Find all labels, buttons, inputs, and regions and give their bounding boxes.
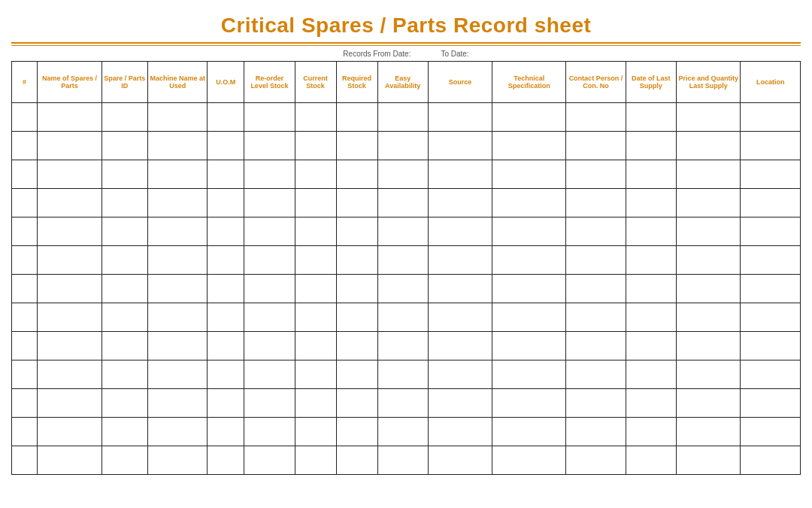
table-cell — [336, 217, 377, 246]
table-cell — [38, 132, 102, 160]
table-cell — [12, 217, 38, 246]
table-cell — [208, 132, 244, 160]
table-cell — [428, 418, 492, 446]
page: Critical Spares / Parts Record sheet Rec… — [0, 0, 812, 508]
table-cell — [12, 389, 38, 418]
table-cell — [377, 418, 428, 446]
table-cell — [295, 246, 336, 275]
table-cell — [566, 418, 626, 446]
table-cell — [626, 446, 676, 475]
table-cell — [244, 132, 295, 160]
table-cell — [566, 160, 626, 189]
table-cell — [244, 332, 295, 360]
table-cell — [377, 332, 428, 360]
table-cell — [336, 189, 377, 217]
table-cell — [295, 217, 336, 246]
table-cell — [244, 275, 295, 303]
table-cell — [741, 303, 801, 332]
table-cell — [38, 160, 102, 189]
table-cell — [147, 303, 207, 332]
table-cell — [626, 160, 676, 189]
table-cell — [676, 189, 741, 217]
table-cell — [208, 446, 244, 475]
table-row — [12, 217, 801, 246]
table-cell — [741, 132, 801, 160]
table-cell — [492, 160, 566, 189]
table-row — [12, 332, 801, 360]
table-cell — [676, 332, 741, 360]
table-row — [12, 446, 801, 475]
table-cell — [676, 360, 741, 389]
table-cell — [492, 103, 566, 132]
table-cell — [626, 332, 676, 360]
table-cell — [38, 360, 102, 389]
table-cell — [676, 446, 741, 475]
table-cell — [208, 275, 244, 303]
col-header-required: Required Stock — [336, 62, 377, 103]
table-cell — [12, 332, 38, 360]
table-cell — [295, 189, 336, 217]
table-cell — [492, 332, 566, 360]
table-cell — [244, 360, 295, 389]
table-cell — [147, 217, 207, 246]
col-header-spareid: Spare / Parts ID — [102, 62, 147, 103]
table-cell — [626, 189, 676, 217]
table-cell — [147, 160, 207, 189]
table-cell — [428, 246, 492, 275]
table-cell — [336, 246, 377, 275]
table-cell — [102, 132, 147, 160]
table-header-row: # Name of Spares / Parts Spare / Parts I… — [12, 62, 801, 103]
table-cell — [147, 446, 207, 475]
table-cell — [208, 360, 244, 389]
table-cell — [38, 246, 102, 275]
table-cell — [147, 418, 207, 446]
table-row — [12, 389, 801, 418]
table-cell — [336, 446, 377, 475]
table-cell — [336, 389, 377, 418]
table-cell — [566, 446, 626, 475]
table-cell — [566, 132, 626, 160]
table-cell — [492, 246, 566, 275]
table-cell — [38, 332, 102, 360]
table-cell — [336, 132, 377, 160]
col-header-easy: Easy Availability — [377, 62, 428, 103]
table-cell — [676, 132, 741, 160]
table-cell — [741, 360, 801, 389]
table-cell — [244, 246, 295, 275]
table-cell — [377, 217, 428, 246]
col-header-machine: Machine Name at Used — [147, 62, 207, 103]
table-cell — [377, 389, 428, 418]
table-cell — [147, 189, 207, 217]
table-row — [12, 160, 801, 189]
table-cell — [12, 275, 38, 303]
table-cell — [295, 275, 336, 303]
table-cell — [566, 275, 626, 303]
table-cell — [566, 103, 626, 132]
table-cell — [12, 103, 38, 132]
table-cell — [428, 332, 492, 360]
table-cell — [377, 360, 428, 389]
table-cell — [492, 217, 566, 246]
table-cell — [492, 275, 566, 303]
table-cell — [741, 446, 801, 475]
table-cell — [38, 389, 102, 418]
table-cell — [102, 246, 147, 275]
table-row — [12, 103, 801, 132]
table-cell — [244, 103, 295, 132]
table-cell — [244, 446, 295, 475]
records-to-label: To Date: — [441, 50, 468, 58]
table-cell — [428, 389, 492, 418]
records-row: Records From Date: To Date: — [11, 48, 801, 59]
table-cell — [377, 446, 428, 475]
table-cell — [377, 303, 428, 332]
table-cell — [428, 103, 492, 132]
table-cell — [676, 303, 741, 332]
table-cell — [676, 389, 741, 418]
table-cell — [12, 360, 38, 389]
table-cell — [244, 303, 295, 332]
table-cell — [208, 246, 244, 275]
table-cell — [428, 275, 492, 303]
table-cell — [208, 418, 244, 446]
page-title: Critical Spares / Parts Record sheet — [11, 8, 801, 41]
table-cell — [102, 275, 147, 303]
